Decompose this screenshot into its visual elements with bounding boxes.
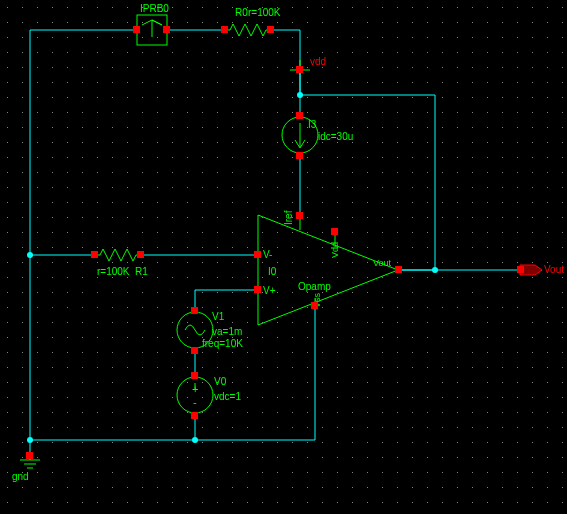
i3-name: I3 xyxy=(308,119,317,130)
r1-value: r=100K xyxy=(97,266,130,277)
svg-rect-63 xyxy=(191,372,198,379)
svg-rect-54 xyxy=(91,251,98,258)
svg-rect-65 xyxy=(26,452,33,459)
svg-rect-62 xyxy=(191,347,198,354)
vsource-v1[interactable]: V1 va=1m freq=10K xyxy=(177,311,243,349)
svg-point-43 xyxy=(192,437,198,443)
v0-name: V0 xyxy=(214,376,227,387)
svg-rect-60 xyxy=(311,302,318,309)
v1-va: va=1m xyxy=(212,326,242,337)
svg-text:-: - xyxy=(193,396,197,408)
svg-rect-61 xyxy=(191,307,198,314)
vout-text: Vout xyxy=(544,264,564,275)
svg-rect-57 xyxy=(254,286,261,293)
opamp-vout-pin: Vout xyxy=(373,258,392,268)
svg-rect-52 xyxy=(296,212,303,219)
svg-rect-45 xyxy=(133,26,140,33)
svg-rect-48 xyxy=(267,26,274,33)
probe-iprb0[interactable]: IPRB0 xyxy=(137,3,197,45)
vdd-text: vdd xyxy=(310,56,326,67)
svg-point-42 xyxy=(27,437,33,443)
svg-point-44 xyxy=(27,252,33,258)
pin-markers xyxy=(26,26,524,459)
svg-rect-56 xyxy=(254,251,261,258)
r0-value: r=100K xyxy=(248,7,281,18)
svg-rect-46 xyxy=(163,26,170,33)
gnd-text: gnd xyxy=(12,471,29,482)
svg-rect-58 xyxy=(395,266,402,273)
opamp-vminus: V- xyxy=(263,249,272,260)
ground-symbol[interactable]: gnd xyxy=(12,252,198,482)
i3-value: idc=30u xyxy=(318,131,353,142)
svg-rect-64 xyxy=(191,412,198,419)
schematic-canvas[interactable]: IPRB0 R0 r=100K vdd I3 idc=30u r=100K R1… xyxy=(0,0,567,514)
r1-name: R1 xyxy=(135,266,148,277)
svg-rect-49 xyxy=(296,66,303,73)
opamp-i0[interactable]: V- V+ I0 Opamp Iref Vdd Vss Vout xyxy=(258,210,398,325)
svg-point-32 xyxy=(432,267,438,273)
svg-rect-59 xyxy=(517,266,524,273)
opamp-iref: Iref xyxy=(283,210,294,225)
r0-name: R0 xyxy=(235,7,248,18)
svg-text:+: + xyxy=(192,383,198,395)
vdd-net-label[interactable]: vdd xyxy=(290,56,326,98)
probe-label: IPRB0 xyxy=(140,3,169,14)
opamp-vplus: V+ xyxy=(263,285,276,296)
svg-rect-51 xyxy=(296,152,303,159)
current-source-i3[interactable]: I3 idc=30u xyxy=(282,117,353,153)
svg-rect-47 xyxy=(221,26,228,33)
vsource-v0[interactable]: + - V0 vdc=1 xyxy=(177,376,241,413)
svg-point-26 xyxy=(297,92,303,98)
svg-rect-53 xyxy=(331,228,338,235)
v1-name: V1 xyxy=(212,311,225,322)
opamp-inst: I0 xyxy=(268,266,277,277)
v0-value: vdc=1 xyxy=(214,391,241,402)
svg-rect-55 xyxy=(137,251,144,258)
opamp-type: Opamp xyxy=(298,281,331,292)
v1-freq: freq=10K xyxy=(202,338,243,349)
svg-rect-50 xyxy=(296,112,303,119)
wire-net xyxy=(30,30,525,455)
